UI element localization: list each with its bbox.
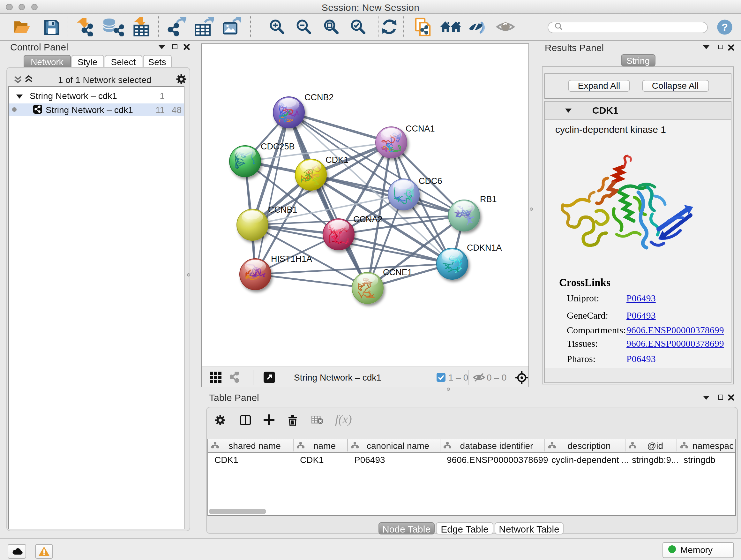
svg-text:CDC6: CDC6 xyxy=(418,176,442,186)
svg-text:CCNB1: CCNB1 xyxy=(268,205,297,214)
svg-text:CCNB2: CCNB2 xyxy=(304,92,333,102)
svg-text:RB1: RB1 xyxy=(480,194,496,204)
svg-text:CDKN1A: CDKN1A xyxy=(467,243,502,252)
svg-text:CCNA2: CCNA2 xyxy=(353,214,382,224)
svg-text:HIST1H1A: HIST1H1A xyxy=(271,254,312,263)
svg-text:CCNE1: CCNE1 xyxy=(383,267,412,277)
svg-text:CDC25B: CDC25B xyxy=(260,141,294,151)
svg-text:CDK1: CDK1 xyxy=(325,155,348,165)
svg-text:?: ? xyxy=(722,21,728,33)
svg-text:CCNA1: CCNA1 xyxy=(405,124,434,133)
